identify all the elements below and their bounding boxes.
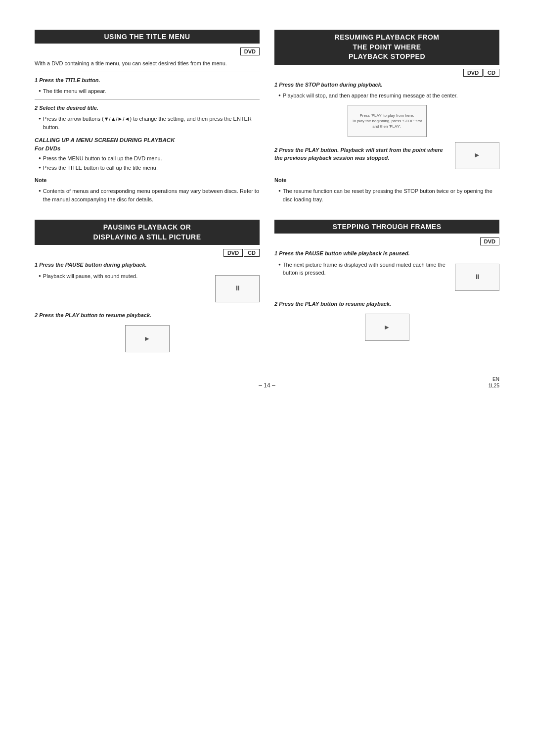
divider-1 [35,72,260,72]
pause-play-screen: ► [125,325,170,352]
resume-note-bullet: The resume function can be reset by pres… [278,187,499,203]
pause-step1-text: Playback will pause, with sound muted. [35,272,210,282]
badge-row-dvd: DVD [35,47,260,55]
stepping-frames-header: STEPPING THROUGH FRAMES [274,220,499,234]
dvd-badge: DVD [463,69,483,77]
resume-play-screen: ► [455,142,499,169]
stepping-step1-bullet: The next picture frame is displayed with… [278,261,450,277]
stepping-pause-screen: ⏸ [455,264,499,291]
top-two-col: USING THE TITLE MENU DVD With a DVD cont… [35,30,499,210]
using-title-menu-header: USING THE TITLE MENU [35,30,260,44]
step2-bullet: Press the arrow buttons (▼/▲/►/◄) to cha… [39,115,260,131]
pause-icon: ⏸ [474,273,480,282]
subsection-sub: For DVDs [35,144,260,153]
stepping-body: 1 Press the PAUSE button while playback … [274,249,499,344]
note-label: Note [35,176,260,185]
pausing-body: 1 Press the PAUSE button during playback… [35,261,260,355]
dvd-badge: DVD [223,249,243,257]
pause-step1-label: 1 Press the PAUSE button during playback… [35,261,260,269]
pausing-playback-header: PAUSING PLAYBACK OR DISPLAYING A STILL P… [35,220,260,245]
resume-step2-label: 2 Press the PLAY button. Playback will s… [274,146,450,162]
cd-badge: CD [484,69,499,77]
divider-2 [35,99,260,100]
play-icon: ► [474,150,481,160]
pause-badge-row: DVD CD [35,249,260,257]
bottom-two-col: PAUSING PLAYBACK OR DISPLAYING A STILL P… [35,220,499,362]
using-title-menu-section: USING THE TITLE MENU DVD With a DVD cont… [35,30,260,210]
resuming-playback-header: RESUMING PLAYBACK FROM THE POINT WHERE P… [274,30,499,65]
step2-label: 2 Select the desired title. [35,104,260,112]
pause-step1-bullet: Playback will pause, with sound muted. [39,272,210,281]
stepping-step1-row: The next picture frame is displayed with… [274,261,499,294]
pause-step1-row: Playback will pause, with sound muted. ⏸ [35,272,260,305]
stepping-step1-label: 1 Press the PAUSE button while playback … [274,249,499,258]
play-icon: ► [384,323,391,332]
resume-step2-text: 2 Press the PLAY button. Playback will s… [274,142,450,165]
resuming-body: 1 Press the STOP button during playback.… [274,81,499,204]
page-code: EN 1L25 [489,376,499,389]
note-bullet: Contents of menus and corresponding menu… [39,187,260,203]
resume-screen: Press 'PLAY' to play from here. To play … [348,105,427,137]
pause-step2-label: 2 Press the PLAY button to resume playba… [35,311,260,320]
pause-screen: ⏸ [215,275,260,302]
resume-step1-label: 1 Press the STOP button during playback. [274,81,499,89]
page-footer: – 14 – EN 1L25 [35,382,499,389]
resuming-playback-section: RESUMING PLAYBACK FROM THE POINT WHERE P… [274,30,499,210]
page-container: USING THE TITLE MENU DVD With a DVD cont… [35,30,499,389]
stepping-step2-label: 2 Press the PLAY button to resume playba… [274,300,499,308]
stepping-step1-text: The next picture frame is displayed with… [274,261,450,279]
stepping-frames-section: STEPPING THROUGH FRAMES DVD 1 Press the … [274,220,499,362]
dvd-bullet1: Press the MENU button to call up the DVD… [39,154,260,163]
step1-label: 1 Press the TITLE button. [35,76,260,85]
play-icon: ► [144,334,151,344]
dvd-bullet2: Press the TITLE button to call up the ti… [39,164,260,172]
cd-badge: CD [244,249,260,257]
stepping-badge-row: DVD [274,237,499,245]
pause-play-screen-container: ► [35,322,260,355]
dvd-badge: DVD [480,237,499,245]
resume-step1-bullet: Playback will stop, and then appear the … [278,92,499,100]
subsection-title: CALLING UP A MENU SCREEN DURING PLAYBACK… [35,136,260,153]
title-menu-body: With a DVD containing a title menu, you … [35,59,260,203]
dvd-badge: DVD [240,47,260,55]
resume-note-label: Note [274,176,499,185]
badge-row-dvd-cd: DVD CD [274,69,499,77]
step1-bullet: The title menu will appear. [39,87,260,95]
title-menu-intro: With a DVD containing a title menu, you … [35,59,260,68]
page-number: – 14 – [259,382,275,389]
stepping-play-screen-container: ► [274,311,499,344]
pausing-playback-section: PAUSING PLAYBACK OR DISPLAYING A STILL P… [35,220,260,362]
pause-icon: ⏸ [234,284,240,293]
resume-step2-row: 2 Press the PLAY button. Playback will s… [274,142,499,172]
stepping-play-screen: ► [365,314,409,341]
resume-screen-container: Press 'PLAY' to play from here. To play … [274,102,499,140]
